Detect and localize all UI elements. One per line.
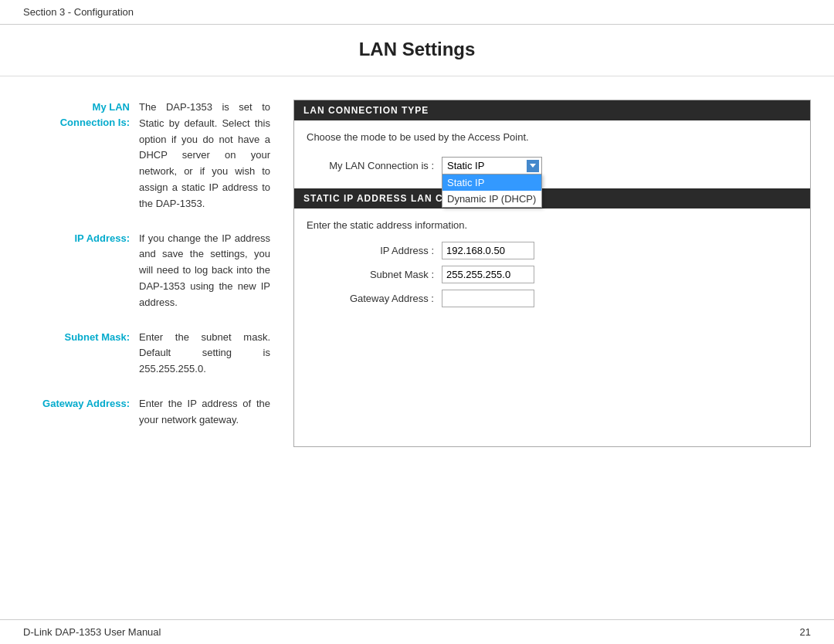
static-ip-body: Enter the static address information. IP… [294,208,810,324]
lan-connection-row: My LAN Connection is : Static IP Dynamic… [307,154,798,178]
static-ip-description: Enter the static address information. [307,219,798,231]
desc-ip-address: IP Address: If you change the IP address… [23,231,270,311]
desc-label-ip-address: IP Address: [23,231,139,311]
gateway-address-label: Gateway Address : [307,293,442,304]
footer-left: D-Link DAP-1353 User Manual [23,626,161,638]
lan-connection-description: Choose the mode to be used by the Access… [307,131,798,143]
lan-connection-body: Choose the mode to be used by the Access… [294,120,810,188]
subnet-mask-row: Subnet Mask : [307,266,798,283]
desc-subnet-mask: Subnet Mask: Enter the subnet mask. Defa… [23,330,270,378]
lan-connection-header: LAN CONNECTION TYPE [294,100,810,120]
lan-connection-label: My LAN Connection is : [307,160,442,171]
desc-gateway-address: Gateway Address: Enter the IP address of… [23,396,270,429]
dropdown-option-dynamic-ip[interactable]: Dynamic IP (DHCP) [442,191,541,207]
desc-text-ip-address: If you change the IP address and save th… [139,231,270,311]
desc-text-subnet-mask: Enter the subnet mask. Default setting i… [139,330,270,378]
subnet-mask-input[interactable] [442,266,534,283]
ip-address-input[interactable] [442,242,534,259]
lan-connection-select[interactable]: Static IP Dynamic IP (DHCP) [442,157,542,175]
desc-text-my-lan: The DAP-1353 is set to Static by default… [139,100,270,212]
desc-text-gateway-address: Enter the IP address of the your network… [139,396,270,429]
ip-address-label: IP Address : [307,245,442,256]
dropdown-option-static-ip[interactable]: Static IP [442,175,541,191]
desc-label-subnet-mask: Subnet Mask: [23,330,139,378]
description-pane: My LANConnection Is: The DAP-1353 is set… [23,100,270,447]
gateway-address-input[interactable] [442,290,534,307]
desc-label-gateway-address: Gateway Address: [23,396,139,429]
gateway-address-row: Gateway Address : [307,290,798,307]
static-ip-header: STATIC IP ADDRESS LAN CONNECTION TYPE [294,188,810,208]
breadcrumb: Section 3 - Configuration [0,0,834,25]
footer-right: 21 [800,626,811,638]
page-title: LAN Settings [0,25,834,76]
desc-label-my-lan: My LANConnection Is: [23,100,139,212]
subnet-mask-label: Subnet Mask : [307,269,442,280]
lan-dropdown-popup[interactable]: Static IP Dynamic IP (DHCP) [442,174,542,208]
breadcrumb-text: Section 3 - Configuration [23,6,134,18]
config-panel: LAN CONNECTION TYPE Choose the mode to b… [293,100,811,447]
ip-address-row: IP Address : [307,242,798,259]
main-content: My LANConnection Is: The DAP-1353 is set… [0,100,834,447]
desc-my-lan: My LANConnection Is: The DAP-1353 is set… [23,100,270,212]
footer: D-Link DAP-1353 User Manual 21 [0,619,834,644]
lan-connection-select-wrapper[interactable]: Static IP Dynamic IP (DHCP) [442,157,542,175]
